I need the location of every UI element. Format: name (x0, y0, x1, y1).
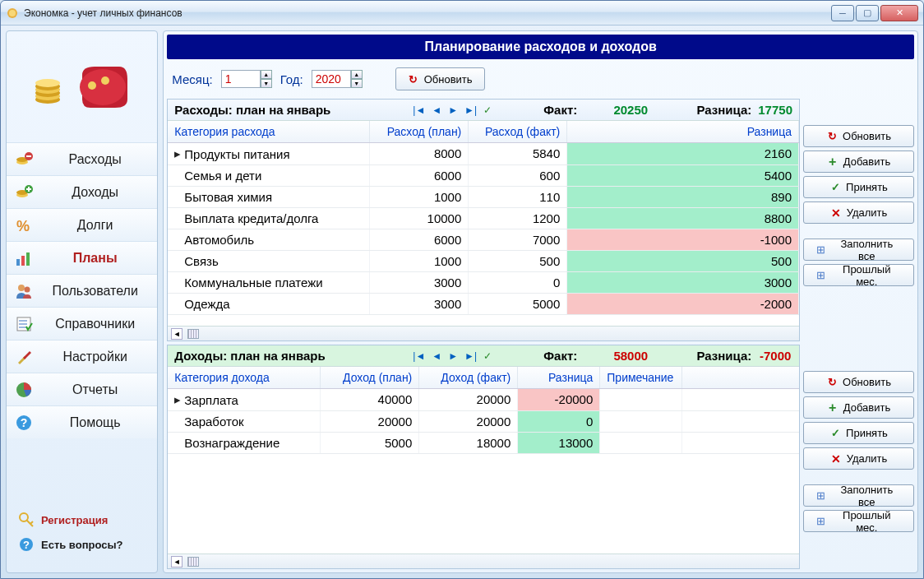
nav-check-icon[interactable]: ✓ (483, 350, 492, 362)
exp-fillall-button[interactable]: ⊞Заполнить все (803, 239, 914, 261)
svg-point-7 (35, 79, 60, 87)
nav-item-7[interactable]: Отчеты (7, 373, 157, 405)
nav-item-0[interactable]: Расходы (7, 142, 157, 175)
inc-accept-button[interactable]: ✓Принять (803, 422, 914, 444)
table-row[interactable]: ▸Продукты питания800058402160 (168, 143, 799, 165)
nav-label: Долги (41, 218, 149, 233)
window-title: Экономка - учет личных финансов (24, 7, 831, 19)
nav-first-icon[interactable]: |◄ (413, 350, 425, 362)
nav-item-1[interactable]: Доходы (7, 175, 157, 208)
incomes-section: Доходы: план на январь |◄ ◄ ► ►| ✓ Факт:… (167, 345, 914, 569)
nav-label: Пользователи (41, 284, 149, 299)
table-row[interactable]: Заработок20000200000 (168, 411, 799, 433)
svg-rect-14 (26, 155, 31, 157)
scroll-thumb[interactable] (187, 329, 199, 339)
inc-delete-button[interactable]: ✕Удалить (803, 447, 914, 470)
svg-point-9 (88, 81, 96, 90)
refresh-button[interactable]: ↻Обновить (395, 67, 485, 90)
register-link[interactable]: Регистрация (18, 512, 146, 528)
grid-nav: |◄ ◄ ► ►| ✓ (413, 350, 520, 362)
nav-label: Планы (41, 251, 149, 266)
nav-prev-icon[interactable]: ◄ (432, 104, 441, 116)
nav-label: Справочники (41, 317, 149, 331)
inc-fillall-button[interactable]: ⊞Заполнить все (803, 484, 914, 507)
scroll-left-icon[interactable]: ◄ (171, 556, 182, 567)
nav-next-icon[interactable]: ► (448, 104, 458, 116)
logo-area (7, 31, 157, 142)
expenses-header: Расходы: план на январь |◄ ◄ ► ►| ✓ Факт… (168, 100, 799, 121)
inc-refresh-button[interactable]: ↻Обновить (803, 371, 914, 393)
nav-last-icon[interactable]: ►| (464, 104, 477, 116)
users-icon (15, 282, 33, 300)
expenses-body[interactable]: ▸Продукты питания800058402160Семья и дет… (168, 143, 799, 326)
incomes-actions: ↻Обновить +Добавить ✓Принять ✕Удалить ⊞З… (803, 345, 914, 569)
incomes-fact-value: 58000 (585, 349, 676, 363)
nav-item-4[interactable]: Пользователи (7, 274, 157, 307)
year-spinner[interactable]: ▲▼ (312, 70, 363, 88)
incomes-fact-label: Факт: (520, 349, 585, 363)
svg-point-25 (25, 286, 30, 292)
inc-add-button[interactable]: +Добавить (803, 396, 914, 419)
year-up[interactable]: ▲ (351, 70, 363, 79)
help-icon: ? (15, 414, 33, 432)
tools-icon (15, 348, 33, 366)
month-up[interactable]: ▲ (261, 70, 272, 79)
check-icon: ✓ (829, 182, 841, 193)
footer-links: Регистрация ? Есть вопросы? (7, 500, 157, 572)
expenses-actions: ↻Обновить +Добавить ✓Принять ✕Удалить ⊞З… (803, 99, 914, 341)
nav-first-icon[interactable]: |◄ (413, 104, 425, 116)
exp-delete-button[interactable]: ✕Удалить (803, 201, 914, 224)
year-label: Год: (280, 72, 303, 86)
month-input[interactable] (221, 70, 261, 88)
table-row[interactable]: Одежда30005000-2000 (168, 294, 799, 315)
minimize-button[interactable]: ─ (831, 5, 854, 21)
incomes-body[interactable]: ▸Зарплата4000020000-20000Заработок200002… (168, 389, 799, 554)
year-down[interactable]: ▼ (351, 79, 363, 88)
questions-link[interactable]: ? Есть вопросы? (18, 536, 146, 553)
app-window: Экономка - учет личных финансов ─ ▢ ✕ (0, 0, 924, 579)
nav-item-6[interactable]: Настройки (7, 340, 157, 373)
fill-icon: ⊞ (815, 490, 827, 502)
nav-check-icon[interactable]: ✓ (483, 104, 492, 116)
plus-icon: + (827, 402, 839, 414)
exp-lastmonth-button[interactable]: ⊞Прошлый мес. (803, 264, 914, 286)
nav-item-2[interactable]: %Долги (7, 208, 157, 241)
inc-lastmonth-button[interactable]: ⊞Прошлый мес. (803, 510, 914, 532)
month-down[interactable]: ▼ (261, 79, 272, 88)
table-row[interactable]: ▸Зарплата4000020000-20000 (168, 389, 799, 411)
incomes-columns: Категория дохода Доход (план) Доход (фак… (168, 367, 799, 389)
incomes-diff-value: -7000 (758, 349, 792, 363)
table-row[interactable]: Коммунальные платежи300003000 (168, 272, 799, 294)
table-row[interactable]: Семья и дети60006005400 (168, 165, 799, 187)
nav-label: Доходы (41, 185, 149, 200)
exp-accept-button[interactable]: ✓Принять (803, 176, 914, 198)
table-row[interactable]: Связь1000500500 (168, 251, 799, 272)
month-spinner[interactable]: ▲▼ (221, 70, 272, 88)
svg-text:%: % (16, 218, 30, 234)
table-row[interactable]: Вознаграждение50001800013000 (168, 433, 799, 454)
close-button[interactable]: ✕ (880, 5, 918, 21)
svg-text:?: ? (23, 539, 30, 551)
nav-item-3[interactable]: Планы (7, 241, 157, 274)
exp-refresh-button[interactable]: ↻Обновить (803, 125, 914, 147)
coins-plus-icon (15, 183, 33, 201)
nav-prev-icon[interactable]: ◄ (432, 350, 441, 362)
incomes-hscroll[interactable]: ◄ (168, 554, 799, 568)
nav-last-icon[interactable]: ►| (464, 350, 477, 362)
sidebar: РасходыДоходы%ДолгиПланыПользователиСпра… (6, 30, 158, 573)
year-input[interactable] (312, 70, 351, 88)
help-icon: ? (18, 536, 35, 553)
maximize-button[interactable]: ▢ (856, 5, 879, 21)
table-row[interactable]: Автомобиль60007000-1000 (168, 229, 799, 251)
table-row[interactable]: Бытовая химия1000110890 (168, 187, 799, 208)
nav-item-5[interactable]: Справочники (7, 307, 157, 340)
nav-next-icon[interactable]: ► (448, 350, 458, 362)
table-row[interactable]: Выплата кредита/долга1000012008800 (168, 208, 799, 229)
nav-item-8[interactable]: ?Помощь (7, 405, 157, 438)
list-check-icon (15, 315, 33, 333)
expenses-hscroll[interactable]: ◄ (168, 326, 799, 340)
exp-add-button[interactable]: +Добавить (803, 151, 914, 173)
scroll-left-icon[interactable]: ◄ (171, 328, 182, 340)
refresh-icon: ↻ (408, 73, 419, 85)
scroll-thumb[interactable] (187, 557, 199, 567)
